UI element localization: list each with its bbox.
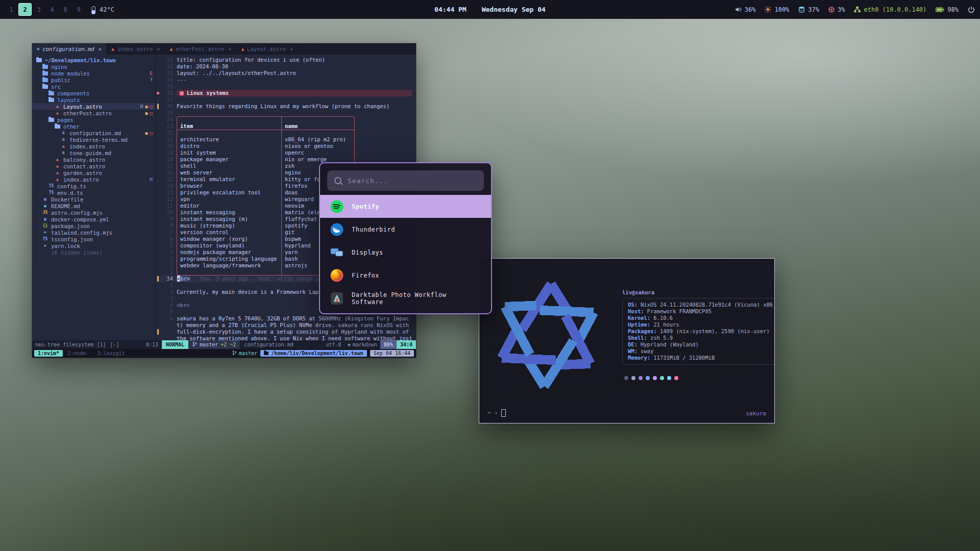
tree-item-config-ts[interactable]: TSconfig.ts bbox=[32, 183, 155, 189]
js-icon: JS bbox=[42, 210, 48, 215]
tree-item-label: astro.config.mjs bbox=[51, 210, 103, 216]
workspace-button-2[interactable]: 2 bbox=[18, 3, 32, 16]
scroll-percent: 80% bbox=[380, 340, 397, 349]
line-number: 26 bbox=[160, 103, 177, 110]
sign-column bbox=[156, 77, 160, 83]
fetch-entry-wm: WM:sway bbox=[628, 348, 775, 355]
tree-item-tsconfig-json[interactable]: TStsconfig.json bbox=[32, 236, 155, 242]
tab-otherpost-astro[interactable]: ▲otherPost.astro× bbox=[165, 43, 237, 55]
tree-item-env-d-ts[interactable]: TSenv.d.ts bbox=[32, 189, 155, 196]
tree-item-public[interactable]: public? bbox=[32, 77, 155, 83]
tree-item-src[interactable]: src bbox=[32, 83, 155, 90]
tab-layout-astro[interactable]: ▲Layout.astro× bbox=[237, 43, 299, 55]
table-border-cell bbox=[282, 116, 355, 123]
tree-item-garden-astro[interactable]: ▲garden.astro bbox=[32, 169, 155, 176]
launcher-item-thunderbird[interactable]: Thunderbird bbox=[320, 218, 491, 241]
line-number: 32 bbox=[160, 63, 177, 70]
launcher-item-darktable-photo-workflow-software[interactable]: Darktable Photo Workflow Software bbox=[320, 287, 491, 310]
statusline-filename: configuration.md bbox=[240, 340, 297, 349]
launcher-search[interactable] bbox=[327, 170, 484, 191]
editor-line: 30--- bbox=[156, 77, 416, 83]
tree-item-readme-md[interactable]: ◉README.md bbox=[32, 203, 155, 209]
folder-icon bbox=[48, 91, 54, 95]
git-branch-icon bbox=[232, 350, 237, 357]
tab-close-icon[interactable]: × bbox=[99, 46, 102, 53]
tree-root[interactable]: ~/Development/liv.town bbox=[32, 57, 155, 63]
tmux-window-2-node[interactable]: 2:node- bbox=[64, 350, 92, 357]
lock-icon: ▪ bbox=[42, 243, 48, 248]
launcher-item-label: Displays bbox=[352, 249, 383, 256]
tab-close-icon[interactable]: × bbox=[157, 46, 160, 53]
tree-item-configuration-md[interactable]: ≡configuration.md●□ bbox=[32, 130, 155, 136]
tree-item-pages[interactable]: pages bbox=[32, 116, 155, 123]
tree-item-index-astro[interactable]: ▲index.astro bbox=[32, 143, 155, 149]
power-button-icon[interactable] bbox=[968, 6, 975, 13]
tree-item-fediverse-terms-md[interactable]: ≡fediverse-terms.md bbox=[32, 136, 155, 143]
tree-item-tailwind-config-mjs[interactable]: ≈tailwind.config.mjs bbox=[32, 229, 155, 236]
table-border-cell bbox=[282, 130, 355, 136]
battery-value: 98% bbox=[947, 6, 959, 13]
neo-tree-window-label: neo-tree filesystem [1] bbox=[35, 342, 106, 347]
launcher-item-spotify[interactable]: Spotify bbox=[320, 195, 491, 218]
status-modules: 36%100%37%3%eth0 (10.0.0.140)98% bbox=[735, 6, 959, 13]
tree-item-label: env.d.ts bbox=[57, 190, 83, 196]
search-input[interactable] bbox=[347, 177, 484, 185]
palette-dot-0 bbox=[624, 376, 628, 380]
workspace-button-8[interactable]: 8 bbox=[59, 4, 71, 15]
status-badge: □ bbox=[150, 104, 153, 109]
tree-item-components[interactable]: components bbox=[32, 90, 155, 96]
tree-item-yarn-lock[interactable]: ▪yarn.lock bbox=[32, 242, 155, 249]
line-number: 15 bbox=[160, 176, 177, 183]
clock: 04:44 PM Wednesday Sep 04 bbox=[434, 6, 546, 13]
tree-item-label: yarn.lock bbox=[51, 243, 80, 249]
astro-icon: ▲ bbox=[55, 111, 60, 115]
workspace-button-9[interactable]: 9 bbox=[72, 4, 85, 15]
tree-item-other[interactable]: other bbox=[32, 123, 155, 130]
tree-item-balcony-astro[interactable]: ▲balcony.astro bbox=[32, 156, 155, 163]
table-cell-item: window manager (xorg) bbox=[177, 236, 282, 242]
volume-icon bbox=[735, 6, 742, 13]
fetch-value: 11731MiB / 31280MiB bbox=[653, 355, 715, 361]
palette-dot-2 bbox=[639, 376, 643, 380]
shell-prompt[interactable]: ~ › bbox=[487, 409, 506, 417]
tree-item-layouts[interactable]: layouts bbox=[32, 96, 155, 103]
table-cell-item: editor bbox=[177, 203, 282, 209]
readme-icon: ◉ bbox=[42, 204, 48, 208]
tab-close-icon[interactable]: × bbox=[228, 46, 232, 53]
tree-item-contact-astro[interactable]: ▲contact.astro bbox=[32, 163, 155, 169]
line-number: 13 bbox=[160, 189, 177, 196]
tree-item-dockerfile[interactable]: ▣Dockerfile bbox=[32, 196, 155, 203]
tree-item-package-json[interactable]: {}package.json bbox=[32, 222, 155, 229]
neo-tree-panel: ~/Development/liv.townnginxnode_modulesE… bbox=[32, 55, 156, 340]
launcher-item-displays[interactable]: Displays bbox=[320, 241, 491, 264]
cursor-position: 34:4 bbox=[397, 340, 416, 349]
tree-item-astro-config-mjs[interactable]: JSastro.config.mjs bbox=[32, 209, 155, 216]
tree-item-otherpost-astro[interactable]: ▲otherPost.astro●□ bbox=[32, 110, 155, 116]
sign-column bbox=[156, 302, 160, 309]
tree-item-docker-compose-yml[interactable]: ▣docker-compose.yml bbox=[32, 216, 155, 222]
tab-index-astro[interactable]: ▲index.astro× bbox=[107, 43, 165, 55]
tab-close-icon[interactable]: × bbox=[290, 46, 293, 53]
tmux-window-1-nvim[interactable]: 1:nvim* bbox=[34, 350, 63, 357]
terminal-window[interactable]: liv@sakura OS:NixOS 24.11.20240828.71e91… bbox=[479, 258, 775, 423]
fetch-entry-packages: Packages:1409 (nix-system), 2590 (nix-us… bbox=[628, 328, 775, 335]
docker-icon: ▣ bbox=[42, 197, 48, 202]
tree-item-nginx[interactable]: nginx bbox=[32, 63, 155, 70]
git-status-badges: ●□ bbox=[145, 111, 153, 116]
workspace-button-3[interactable]: 3 bbox=[33, 4, 45, 15]
tree-item-index-astro[interactable]: ▲index.astroH bbox=[32, 176, 155, 183]
tree-item-6-hidden-items[interactable]: (6 hidden items) bbox=[32, 249, 155, 256]
tree-item-node-modules[interactable]: node_modulesE bbox=[32, 70, 155, 77]
workspace-button-4[interactable]: 4 bbox=[46, 4, 58, 15]
tab-configuration-md[interactable]: ≡configuration.md× bbox=[32, 43, 107, 55]
editor-line: 27 bbox=[156, 96, 416, 103]
tmux-window-3-lazygit[interactable]: 3:lazygit bbox=[93, 350, 128, 357]
tree-item-tone-guide-md[interactable]: ≡tone-guide.md bbox=[32, 149, 155, 156]
workspace-button-1[interactable]: 1 bbox=[5, 4, 17, 15]
tree-item-label: contact.astro bbox=[63, 163, 105, 169]
sign-column bbox=[156, 256, 160, 262]
fetch-entry-kernel: Kernel:6.10.6 bbox=[628, 315, 775, 321]
tree-item-layout-astro[interactable]: ▲Layout.astroH●□ bbox=[32, 103, 155, 110]
markdown-icon: ≡ bbox=[37, 46, 39, 52]
launcher-item-firefox[interactable]: Firefox bbox=[320, 264, 491, 287]
